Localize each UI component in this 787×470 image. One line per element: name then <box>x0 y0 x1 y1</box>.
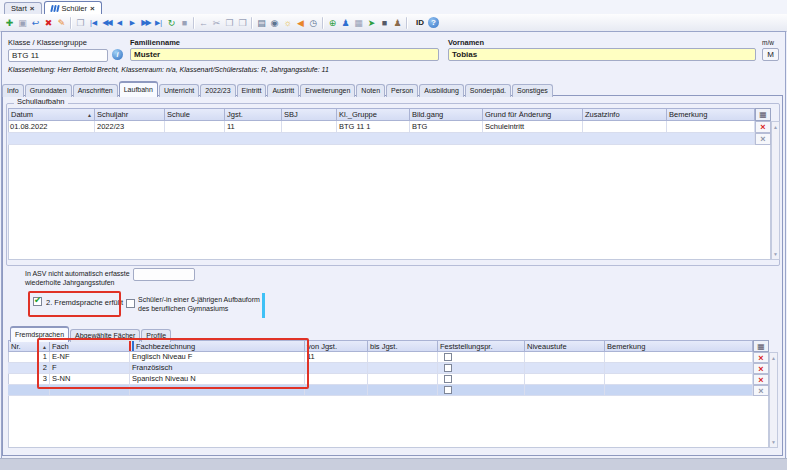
column-config-button[interactable]: ▦ <box>755 108 771 121</box>
col-header-sbj[interactable]: SBJ <box>282 108 337 121</box>
fremdsprache-empty-row[interactable]: × <box>8 385 769 396</box>
col-header-jgst[interactable]: Jgst. <box>225 108 282 121</box>
schullaufbahn-empty-row[interactable]: × <box>8 133 771 145</box>
tab-person[interactable]: Person <box>386 84 418 97</box>
delete-record-icon[interactable]: ✖ <box>42 16 55 30</box>
tab-sonstiges[interactable]: Sonstiges <box>512 84 553 97</box>
scroll-down-icon[interactable]: ▼ <box>770 439 777 445</box>
feststellungspr-checkbox[interactable] <box>444 353 452 361</box>
preview-icon[interactable]: ◉ <box>268 16 281 30</box>
new-record-icon[interactable]: ✚ <box>3 16 16 30</box>
scroll-up-icon[interactable]: ▲ <box>772 124 779 130</box>
feststellungspr-checkbox[interactable] <box>444 386 452 394</box>
tab-grunddaten[interactable]: Grunddaten <box>25 84 72 97</box>
col-header-kl-gruppe[interactable]: Kl._Gruppe <box>337 108 410 121</box>
col-header-feststellungspr[interactable]: Feststellungspr. <box>438 340 525 352</box>
delete-row-button-disabled[interactable]: × <box>755 133 771 145</box>
schullaufbahn-row[interactable]: 01.08.2022 2022/23 11 BTG 11 1 BTG Schul… <box>8 121 771 133</box>
prev-record-icon[interactable]: ◀ <box>113 16 126 30</box>
familienname-input[interactable]: Muster <box>130 48 439 61</box>
col-header-zusatzinfo[interactable]: Zusatzinfo <box>583 108 667 121</box>
tab-noten[interactable]: Noten <box>356 84 385 97</box>
column-config-button[interactable]: ▦ <box>753 340 769 352</box>
paste-icon[interactable]: ❒ <box>236 16 249 30</box>
window-tab-schueler[interactable]: Schüler × <box>44 1 102 14</box>
delete-row-button[interactable]: × <box>753 374 769 385</box>
info-icon[interactable]: i <box>112 49 123 60</box>
tab-info[interactable]: Info <box>2 84 24 97</box>
person-lock-icon[interactable]: ♟ <box>391 16 404 30</box>
tab-erweiterungen[interactable]: Erweiterungen <box>300 84 355 97</box>
col-header-bildgang[interactable]: Bild.gang <box>410 108 483 121</box>
save-icon[interactable]: ▣ <box>16 16 29 30</box>
fremdsprache-row[interactable]: 1 E-NF Englisch Niveau F 11 × <box>8 352 769 363</box>
help-icon[interactable]: ? <box>428 17 439 28</box>
records-icon[interactable]: ■ <box>378 16 391 30</box>
stop-icon[interactable]: ■ <box>178 16 191 30</box>
edit-record-icon[interactable]: ✎ <box>55 16 68 30</box>
cut-icon[interactable]: ✂ <box>210 16 223 30</box>
col-header-bemerkung2[interactable]: Bemerkung <box>605 340 753 352</box>
wiederholte-input[interactable] <box>133 268 195 281</box>
cell-kl-gruppe: BTG 11 1 <box>337 121 410 133</box>
schullaufbahn-scrollbar[interactable]: ▲ ▼ <box>771 121 780 260</box>
copy-icon[interactable]: ❐ <box>223 16 236 30</box>
tab-ausbildung[interactable]: Ausbildung <box>419 84 464 97</box>
col-header-schule[interactable]: Schule <box>165 108 225 121</box>
prev-fast-icon[interactable]: ◀◀ <box>100 16 113 30</box>
next-fast-icon[interactable]: ▶▶ <box>139 16 152 30</box>
delete-row-button-disabled[interactable]: × <box>753 385 769 396</box>
next-record-icon[interactable]: ▶ <box>126 16 139 30</box>
grid-icon[interactable]: ▦ <box>352 16 365 30</box>
klasse-input[interactable]: BTG 11 <box>8 49 108 62</box>
col-header-niveaustufe[interactable]: Niveaustufe <box>525 340 605 352</box>
vornamen-input[interactable]: Tobias <box>448 48 756 61</box>
scroll-up-icon[interactable]: ▲ <box>770 355 777 361</box>
tab-unterricht[interactable]: Unterricht <box>159 84 199 97</box>
scroll-down-icon[interactable]: ▼ <box>772 251 779 257</box>
col-header-von-jgst[interactable]: von Jgst. <box>305 340 368 352</box>
delete-row-button[interactable]: × <box>755 121 771 133</box>
clock-icon[interactable]: ◷ <box>307 16 320 30</box>
feststellungspr-checkbox[interactable] <box>444 364 452 372</box>
cell-von-jgst <box>305 385 368 396</box>
tab-austritt[interactable]: Austritt <box>267 84 299 97</box>
undo-icon[interactable]: ↩ <box>29 16 42 30</box>
col-header-datum[interactable]: Datum▲ <box>8 108 95 121</box>
tab-schuljahr[interactable]: 2022/23 <box>200 84 235 97</box>
alert-icon[interactable]: ◀ <box>294 16 307 30</box>
delete-row-button[interactable]: × <box>753 352 769 363</box>
tab-fremdsprachen[interactable]: Fremdsprachen <box>10 326 69 342</box>
cell-bis-jgst <box>368 374 438 385</box>
hint-icon[interactable]: ☼ <box>281 16 294 30</box>
globe-add-icon[interactable]: ⊕ <box>326 16 339 30</box>
folder-export-icon[interactable]: ➤ <box>365 16 378 30</box>
col-header-grund[interactable]: Grund für Änderung <box>483 108 583 121</box>
tab-profile[interactable]: Profile <box>141 329 171 342</box>
tab-eintritt[interactable]: Eintritt <box>237 84 267 97</box>
last-record-icon[interactable]: ▶| <box>152 16 165 30</box>
tab-sonderpaed[interactable]: Sonderpäd. <box>465 84 511 97</box>
col-header-bis-jgst[interactable]: bis Jgst. <box>368 340 438 352</box>
back-arrow-icon[interactable]: ← <box>197 16 210 30</box>
tab-anschriften[interactable]: Anschriften <box>73 84 118 97</box>
fremdsprache-row[interactable]: 3 S-NN Spanisch Niveau N × <box>8 374 769 385</box>
delete-row-button[interactable]: × <box>753 363 769 374</box>
geschlecht-input[interactable]: M <box>762 48 779 61</box>
copy-record-icon[interactable]: ❐ <box>74 16 87 30</box>
col-header-schuljahr[interactable]: Schuljahr <box>95 108 165 121</box>
fremdsprachen-scrollbar[interactable]: ▲ ▼ <box>769 352 778 448</box>
col-header-bemerkung[interactable]: Bemerkung <box>667 108 755 121</box>
window-tab-start[interactable]: Start × <box>4 2 42 14</box>
refresh-icon[interactable]: ↻ <box>165 16 178 30</box>
close-tab-icon[interactable]: × <box>90 4 95 13</box>
close-tab-icon[interactable]: × <box>30 4 35 13</box>
first-record-icon[interactable]: |◀ <box>87 16 100 30</box>
tab-laufbahn[interactable]: Laufbahn <box>119 81 158 97</box>
aufbauform-checkbox[interactable] <box>126 299 135 308</box>
fremdsprache-row[interactable]: 2 F Französisch × <box>8 363 769 374</box>
print-icon[interactable]: ▤ <box>255 16 268 30</box>
fremdsprache-checkbox[interactable]: ✔ <box>33 297 42 306</box>
feststellungspr-checkbox[interactable] <box>444 375 452 383</box>
student-icon[interactable]: ♟ <box>339 16 352 30</box>
